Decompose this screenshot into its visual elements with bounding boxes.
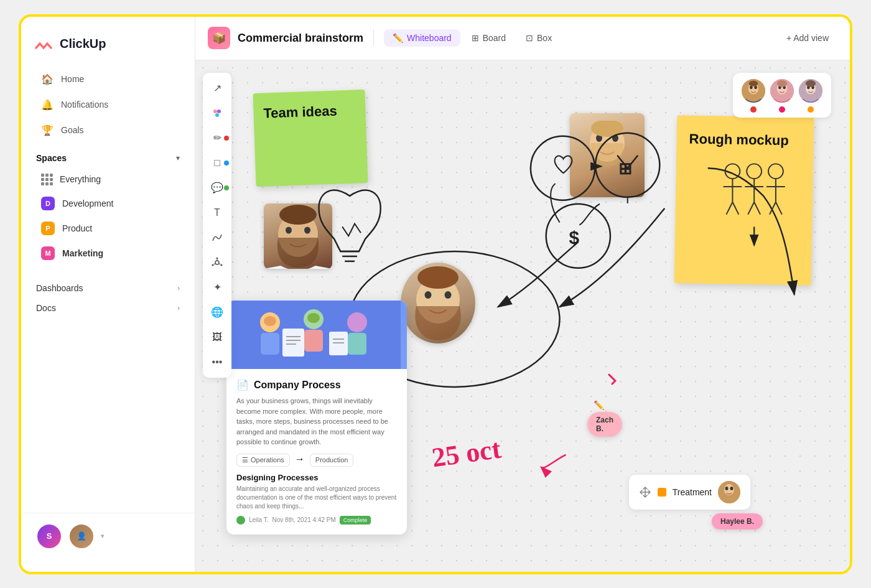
- sticky-note-rough-mockup: Rough mockup: [674, 115, 814, 286]
- space-development[interactable]: D Development: [26, 192, 190, 215]
- nav-home[interactable]: 🏠 Home: [26, 67, 190, 91]
- collaborator-1: [740, 78, 766, 113]
- tool-sparkle-button[interactable]: ✦: [207, 277, 228, 298]
- tab-board-label: Board: [483, 33, 506, 43]
- svg-point-65: [806, 80, 816, 86]
- sticky-rough-mockup-title: Rough mockup: [689, 130, 801, 150]
- svg-point-3: [215, 261, 219, 264]
- docs-section[interactable]: Docs ›: [21, 296, 195, 315]
- svg-point-85: [730, 487, 734, 490]
- doc-card-title: 📄 Company Process: [236, 379, 397, 391]
- doc-status-badge: Complete: [340, 516, 371, 525]
- nav-goals[interactable]: 🏆 Goals: [26, 118, 190, 142]
- doc-footer: Leila T. Nov 8th, 2021 4:42 PM Complete: [236, 516, 397, 525]
- doc-date: Nov 8th, 2021 4:42 PM: [272, 516, 336, 523]
- home-icon: 🏠: [41, 73, 54, 85]
- date-annotation: 25 oct: [430, 432, 503, 474]
- dashboards-section[interactable]: Dashboards ›: [21, 276, 195, 296]
- collaborator-avatar-2: [769, 78, 795, 104]
- svg-point-54: [754, 85, 757, 88]
- sidebar: ClickUp 🏠 Home 🔔 Notifications 🏆 Goals S…: [21, 17, 195, 572]
- person-photo-man-bg: [264, 203, 332, 269]
- doc-title-text: Company Process: [254, 380, 341, 391]
- tool-text-button[interactable]: T: [207, 202, 228, 223]
- tool-image-button[interactable]: 🖼: [207, 327, 228, 348]
- doc-illustration: [226, 301, 407, 369]
- svg-point-6: [212, 264, 214, 266]
- avatar-dropdown-icon[interactable]: ▾: [101, 532, 105, 540]
- tag2-label: Production: [315, 456, 348, 464]
- space-product[interactable]: P Product: [26, 217, 190, 240]
- svg-point-53: [750, 85, 753, 88]
- tool-curve-button[interactable]: [207, 227, 228, 248]
- svg-point-2: [215, 113, 219, 117]
- tool-globe-button[interactable]: 🌐: [207, 302, 228, 323]
- tool-more-button[interactable]: •••: [207, 352, 228, 373]
- tab-box-label: Box: [537, 33, 552, 43]
- svg-point-4: [217, 257, 218, 259]
- svg-line-8: [219, 263, 221, 264]
- svg-point-15: [286, 226, 292, 233]
- everything-grid-icon: [41, 174, 52, 185]
- development-badge: D: [41, 197, 55, 210]
- sticky-team-ideas-title: Team ideas: [263, 102, 356, 122]
- app-name: ClickUp: [60, 37, 106, 51]
- spaces-section-header[interactable]: Spaces ▾: [21, 143, 195, 168]
- haylee-name-tag: Haylee B.: [712, 513, 763, 530]
- space-marketing[interactable]: M Marketing: [26, 241, 190, 265]
- doc-card-description: As your business grows, things will inev…: [236, 396, 397, 447]
- nav-notifications-label: Notifications: [61, 100, 108, 110]
- app-container: ClickUp 🏠 Home 🔔 Notifications 🏆 Goals S…: [19, 14, 852, 574]
- tool-select-button[interactable]: ↗: [207, 78, 228, 99]
- canvas-toolbar: ↗ ✏ □: [203, 73, 231, 378]
- svg-rect-68: [261, 333, 279, 355]
- spaces-chevron-icon: ▾: [176, 154, 180, 162]
- svg-point-21: [417, 266, 459, 289]
- nav-goals-label: Goals: [61, 125, 84, 135]
- doc-section-title: Designing Processes: [236, 473, 397, 482]
- doc-card-body: 📄 Company Process As your business grows…: [226, 369, 407, 534]
- svg-rect-75: [282, 329, 304, 357]
- nav-notifications[interactable]: 🔔 Notifications: [26, 93, 190, 117]
- doc-section-text: Maintaining an accurate and well-organiz…: [236, 485, 397, 511]
- board-tab-icon: ⊞: [472, 33, 479, 43]
- tab-box[interactable]: ⊡ Box: [517, 29, 561, 47]
- treatment-avatar: [718, 481, 740, 503]
- add-view-button[interactable]: + Add view: [778, 29, 837, 47]
- svg-point-60: [777, 80, 787, 86]
- treatment-card: Treatment: [629, 475, 750, 510]
- collaborator-3-dot: [808, 106, 814, 113]
- doc-card-tags: ☰ Operations → Production: [236, 454, 397, 467]
- zach-cursor-area: ✏️ Zach B.: [594, 399, 604, 411]
- product-badge: P: [41, 222, 55, 235]
- spaces-label: Spaces: [36, 153, 67, 163]
- haylee-label: Haylee B.: [720, 517, 754, 526]
- marketing-badge: M: [41, 246, 55, 260]
- tool-network-button[interactable]: [207, 252, 228, 273]
- header-tabs: ✏️ Whiteboard ⊞ Board ⊡ Box: [384, 29, 561, 47]
- svg-point-20: [445, 291, 452, 299]
- trophy-icon: 🏆: [41, 124, 54, 136]
- face-svg: [585, 121, 629, 170]
- collaborator-avatar-3: [798, 78, 824, 104]
- curve-icon: [212, 233, 223, 242]
- tab-whiteboard[interactable]: ✏️ Whiteboard: [384, 29, 460, 47]
- tool-palette-button[interactable]: [207, 103, 228, 124]
- user-avatar-2[interactable]: 👤: [68, 523, 95, 549]
- svg-point-16: [304, 226, 310, 233]
- collaborator-2: [769, 78, 795, 113]
- whiteboard-canvas[interactable]: ↗ ✏ □: [195, 60, 850, 572]
- space-development-label: Development: [62, 198, 114, 208]
- svg-point-72: [307, 313, 320, 323]
- user-avatar[interactable]: S: [36, 523, 62, 549]
- space-everything[interactable]: Everything: [26, 169, 190, 190]
- whiteboard-tab-icon: ✏️: [393, 33, 403, 43]
- svg-point-28: [546, 203, 610, 268]
- person-photo-top-bg: [570, 113, 645, 197]
- tab-board[interactable]: ⊞ Board: [463, 29, 515, 47]
- doc-author: Leila T.: [249, 516, 269, 523]
- comment-dot: [224, 185, 229, 190]
- header-divider: [373, 29, 374, 47]
- person-photo-woman-mid: [401, 263, 475, 343]
- docs-chevron-icon: ›: [177, 304, 180, 312]
